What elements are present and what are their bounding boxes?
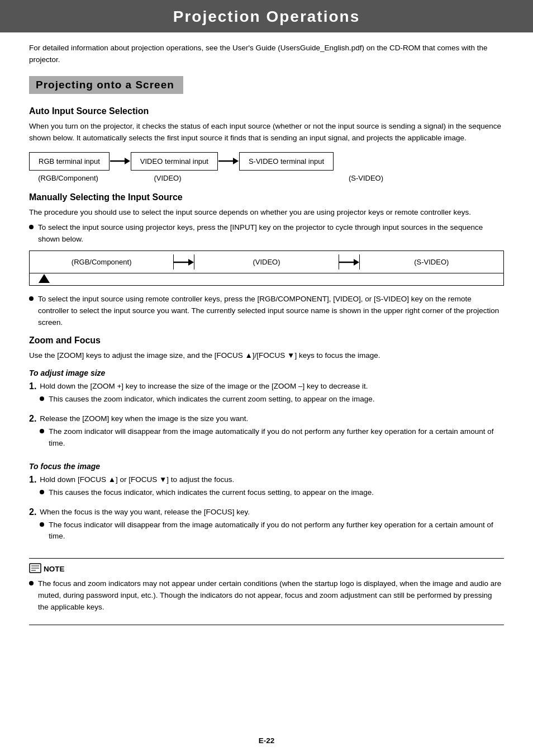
- manual-bullet-1: To select the input source using project…: [29, 222, 504, 245]
- manual-select-section: Manually Selecting the Input Source The …: [29, 192, 504, 329]
- svg-marker-1: [125, 158, 130, 164]
- section-heading: Projecting onto a Screen: [36, 79, 174, 91]
- auto-input-body: When you turn on the projector, it check…: [29, 121, 504, 144]
- manual-flow-box-video: (VIDEO): [194, 254, 339, 270]
- adjust-size-heading: To adjust image size: [29, 368, 504, 377]
- intro-paragraph: For detailed information about projectio…: [29, 42, 504, 66]
- flow-arrow-1: [110, 155, 131, 167]
- focus-step-1: 1. Hold down [FOCUS ▲] or [FOCUS ▼] to a…: [29, 474, 504, 504]
- bullet-dot-note: [29, 581, 34, 585]
- flow-arrow-2: [218, 155, 239, 167]
- focus-image-heading: To focus the image: [29, 462, 504, 471]
- manual-bullet-list-2: To select the input source using remote …: [29, 294, 504, 329]
- page-header: Projection Operations: [0, 0, 533, 32]
- section-heading-box: Projecting onto a Screen: [29, 76, 183, 94]
- flow-box-video: VIDEO terminal input: [131, 152, 218, 171]
- focus-step-1-bullet: This causes the focus indicator, which i…: [40, 487, 504, 499]
- zoom-focus-section: Zoom and Focus Use the [ZOOM] keys to ad…: [29, 336, 504, 548]
- bullet-dot-5: [40, 490, 44, 494]
- note-bullet-list: The focus and zoom indicators may not ap…: [29, 578, 504, 613]
- flow-box-svideo: S-VIDEO terminal input: [239, 152, 334, 171]
- adjust-step-1: 1. Hold down the [ZOOM +] key to increas…: [29, 381, 504, 411]
- flow-label-video: (VIDEO): [129, 174, 207, 182]
- focus-image-list: 1. Hold down [FOCUS ▲] or [FOCUS ▼] to a…: [29, 474, 504, 549]
- bullet-dot-1: [29, 225, 34, 229]
- bullet-dot-6: [40, 522, 44, 527]
- note-box: NOTE The focus and zoom indicators may n…: [29, 558, 504, 625]
- flow-box-rgb: RGB terminal input: [29, 152, 110, 171]
- flow-label-svideo: (S-VIDEO): [228, 174, 504, 182]
- page-number: E-22: [259, 736, 275, 745]
- bullet-dot-2: [29, 296, 34, 301]
- bullet-dot-4: [40, 429, 44, 433]
- manual-bullet-2: To select the input source using remote …: [29, 294, 504, 329]
- manual-select-heading: Manually Selecting the Input Source: [29, 192, 504, 202]
- adjust-step-2: 2. Release the [ZOOM] key when the image…: [29, 413, 504, 455]
- svg-marker-7: [354, 259, 359, 266]
- svg-marker-5: [188, 259, 194, 266]
- zoom-focus-body: Use the [ZOOM] keys to adjust the image …: [29, 350, 504, 362]
- page-footer: E-22: [0, 736, 533, 745]
- manual-arrow-2: [339, 257, 359, 268]
- manual-flow-diagram: (RGB/Component) (VIDEO): [29, 251, 504, 286]
- manual-bullet-list-1: To select the input source using project…: [29, 222, 504, 245]
- bullet-dot-3: [40, 396, 44, 401]
- adjust-step-1-bullet: This causes the zoom indicator, which in…: [40, 394, 504, 405]
- flow-label-rgb: (RGB/Component): [29, 174, 107, 182]
- manual-flow-box-rgb: (RGB/Component): [30, 254, 174, 270]
- manual-select-body: The procedure you should use to select t…: [29, 207, 504, 219]
- focus-step-2: 2. When the focus is the way you want, r…: [29, 507, 504, 549]
- manual-flow-box-svideo: (S-VIDEO): [359, 254, 503, 270]
- auto-input-heading: Auto Input Source Selection: [29, 106, 504, 116]
- note-icon: [29, 563, 41, 575]
- note-bullet: The focus and zoom indicators may not ap…: [29, 578, 504, 613]
- page-title: Projection Operations: [11, 8, 522, 26]
- up-arrow: [39, 274, 50, 283]
- adjust-step-2-bullet: The zoom indicator will disappear from t…: [40, 426, 504, 450]
- svg-marker-3: [233, 158, 239, 164]
- auto-input-section: Auto Input Source Selection When you tur…: [29, 106, 504, 182]
- auto-input-flow: RGB terminal input VIDEO terminal input: [29, 152, 504, 182]
- adjust-size-list: 1. Hold down the [ZOOM +] key to increas…: [29, 381, 504, 455]
- zoom-focus-heading: Zoom and Focus: [29, 336, 504, 346]
- manual-flow-bottom: [30, 273, 503, 285]
- note-label: NOTE: [29, 563, 504, 575]
- focus-step-2-bullet: The focus indicator will disappear from …: [40, 519, 504, 543]
- manual-arrow-1: [174, 257, 194, 268]
